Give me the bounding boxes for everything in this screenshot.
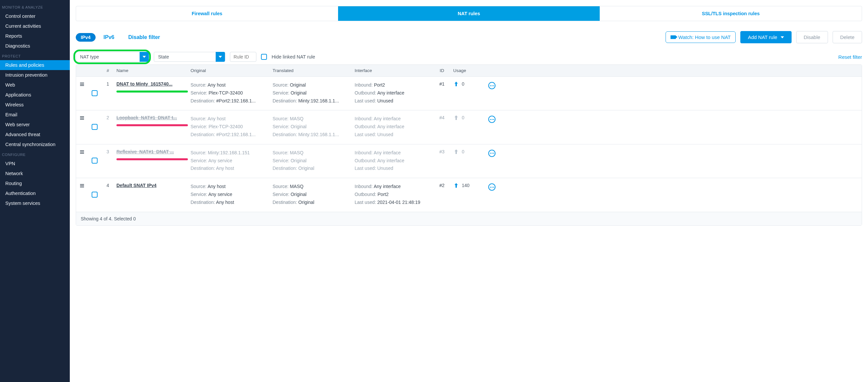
usage-icon: [453, 183, 459, 188]
sidebar-item[interactable]: Routing: [0, 178, 70, 188]
rule-name-link[interactable]: Loopback_NAT#1_DNAT t...: [117, 115, 177, 120]
usage-count: 0: [462, 149, 464, 154]
nat-rules-table: # Name Original Translated Interface ID …: [76, 64, 862, 226]
disable-button[interactable]: Disable: [796, 31, 828, 43]
original-cell: Source: Minty:192.168.1.151 Service: Any…: [188, 149, 270, 173]
rule-id: #4: [439, 115, 444, 120]
ipv6-pill[interactable]: IPv6: [101, 33, 117, 42]
col-interface[interactable]: Interface: [352, 68, 433, 73]
translated-cell: Source: MASQ Service: Original Destinati…: [270, 115, 352, 138]
tab-firewall[interactable]: Firewall rules: [76, 6, 338, 21]
interface-cell: Inbound: Any interface Outbound: Any int…: [352, 115, 433, 138]
drag-handle-icon[interactable]: [80, 82, 84, 86]
section-configure-label: CONFIGURE: [0, 149, 70, 159]
rule-id: #2: [439, 183, 444, 188]
sidebar-item[interactable]: Intrusion prevention: [0, 70, 70, 80]
sidebar-item[interactable]: Rules and policies: [0, 60, 70, 70]
sidebar-item[interactable]: Advanced threat: [0, 130, 70, 139]
row-actions-button[interactable]: [488, 82, 496, 89]
original-cell: Source: Any host Service: Plex-TCP-32400…: [188, 81, 270, 105]
sidebar-item[interactable]: Web server: [0, 119, 70, 130]
row-actions-button[interactable]: [488, 183, 496, 191]
nat-type-label: NAT type: [76, 54, 103, 60]
main-content: Firewall rules NAT rules NAT rules SSL/T…: [70, 0, 868, 382]
row-actions-button[interactable]: [488, 150, 496, 157]
annotation-bar: [117, 158, 188, 160]
sidebar-item[interactable]: VPN: [0, 159, 70, 169]
drag-handle-icon[interactable]: [80, 116, 84, 119]
original-cell: Source: Any host Service: Any service De…: [188, 183, 270, 206]
rule-name-link[interactable]: DNAT to Minty_1615740...: [117, 81, 172, 86]
sidebar-item[interactable]: Reports: [0, 31, 70, 41]
col-id[interactable]: ID: [433, 68, 451, 73]
rule-name-link[interactable]: Default SNAT IPv4: [117, 183, 156, 188]
sidebar-item[interactable]: System services: [0, 198, 70, 208]
sidebar: MONITOR & ANALYZE Control centerCurrent …: [0, 0, 70, 382]
sidebar-item[interactable]: Control center: [0, 11, 70, 21]
sidebar-item[interactable]: Authentication: [0, 188, 70, 198]
nat-type-select[interactable]: NAT type: [76, 52, 149, 62]
rule-tabs: Firewall rules NAT rules NAT rules SSL/T…: [76, 6, 862, 21]
state-label: State: [154, 54, 173, 60]
add-nat-rule-button[interactable]: Add NAT rule: [740, 31, 792, 43]
sidebar-item[interactable]: Diagnostics: [0, 41, 70, 51]
row-number: 4: [101, 183, 115, 206]
sidebar-item[interactable]: Email: [0, 110, 70, 119]
chevron-down-icon: [781, 36, 784, 38]
row-number: 2: [101, 115, 115, 138]
interface-cell: Inbound: Any interface Outbound: Any int…: [352, 149, 433, 173]
row-checkbox[interactable]: [92, 90, 98, 96]
toolbar: IPv4 IPv6 Disable filter Watch: How to u…: [76, 31, 862, 43]
disable-filter-link[interactable]: Disable filter: [128, 34, 160, 40]
row-checkbox[interactable]: [92, 192, 98, 198]
tab-nat[interactable]: NAT rules NAT rules: [338, 6, 600, 21]
hide-linked-checkbox[interactable]: [261, 54, 267, 60]
usage-icon: [453, 149, 459, 154]
watch-label: Watch: How to use NAT: [678, 34, 731, 40]
row-checkbox[interactable]: [92, 124, 98, 130]
row-checkbox[interactable]: [92, 158, 98, 164]
col-original[interactable]: Original: [188, 68, 270, 73]
col-usage[interactable]: Usage: [451, 68, 484, 73]
filter-bar: NAT type State Hide linked NAT rule Rese…: [76, 52, 862, 62]
hide-linked-label: Hide linked NAT rule: [272, 54, 315, 60]
ipv4-pill[interactable]: IPv4: [76, 33, 96, 42]
interface-cell: Inbound: Any interface Outbound: Port2 L…: [352, 183, 433, 206]
camera-icon: [671, 35, 676, 39]
table-footer: Showing 4 of 4. Selected 0: [76, 212, 862, 225]
dropdown-icon: [140, 52, 149, 62]
watch-howto-button[interactable]: Watch: How to use NAT: [665, 31, 736, 43]
sidebar-item[interactable]: Network: [0, 169, 70, 178]
state-select[interactable]: State: [154, 52, 225, 62]
translated-cell: Source: Original Service: Original Desti…: [270, 81, 352, 105]
table-row: 1 DNAT to Minty_1615740... Source: Any h…: [76, 77, 862, 110]
col-name[interactable]: Name: [115, 68, 188, 73]
usage-count: 140: [462, 183, 469, 188]
drag-handle-icon[interactable]: [80, 184, 84, 187]
rule-id-input[interactable]: [230, 52, 256, 62]
usage-icon: [453, 115, 459, 120]
ip-toggle: IPv4 IPv6: [76, 33, 117, 42]
row-actions-button[interactable]: [488, 116, 496, 123]
interface-cell: Inbound: Port2 Outbound: Any interface L…: [352, 81, 433, 105]
usage-count: 0: [462, 115, 464, 120]
sidebar-item[interactable]: Applications: [0, 90, 70, 100]
delete-button[interactable]: Delete: [833, 31, 862, 43]
reset-filter-link[interactable]: Reset filter: [838, 54, 862, 60]
usage-count: 0: [462, 81, 464, 86]
tab-ssl[interactable]: SSL/TLS inspection rules: [600, 6, 862, 21]
sidebar-item[interactable]: Current activities: [0, 21, 70, 31]
col-translated[interactable]: Translated: [270, 68, 352, 73]
row-number: 3: [101, 149, 115, 173]
section-protect-label: PROTECT: [0, 51, 70, 60]
sidebar-item[interactable]: Web: [0, 80, 70, 90]
usage-icon: [453, 81, 459, 86]
sidebar-item[interactable]: Wireless: [0, 100, 70, 110]
tab-nat-label: NAT rules: [458, 11, 480, 16]
rule-name-link[interactable]: Reflexive_NAT#1_DNAT ...: [117, 149, 174, 154]
dropdown-icon: [216, 52, 225, 62]
col-num[interactable]: #: [101, 68, 115, 73]
table-header: # Name Original Translated Interface ID …: [76, 65, 862, 77]
sidebar-item[interactable]: Central synchronization: [0, 139, 70, 149]
drag-handle-icon[interactable]: [80, 150, 84, 154]
